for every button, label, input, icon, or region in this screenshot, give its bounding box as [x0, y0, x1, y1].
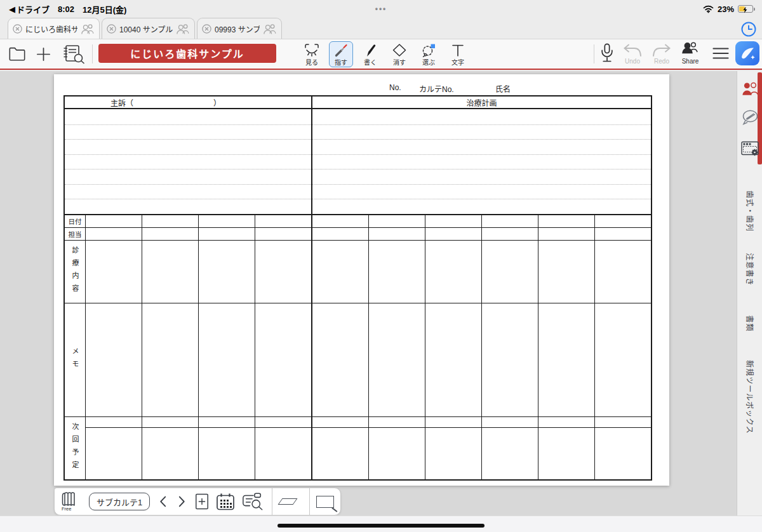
table-cell: [425, 428, 481, 479]
table-cell: [481, 428, 538, 479]
staff-row-label: 担当: [65, 228, 86, 240]
tab-10040-sample[interactable]: 10040 サンプル: [102, 18, 195, 39]
lasso-select-icon: [421, 43, 436, 57]
tab-close-icon[interactable]: [13, 24, 22, 34]
table-cell: [255, 215, 311, 227]
karte-no-label: カルテNo.: [419, 83, 454, 94]
right-sidebar: 歯式・歯列 注意書き 書類 新規ツールボックス: [737, 71, 762, 515]
table-cell: [425, 241, 481, 303]
tool-pen[interactable]: 書く: [358, 41, 382, 67]
tool-view[interactable]: 見る: [300, 41, 324, 67]
table-cell: [538, 241, 594, 303]
table-cell: [425, 303, 481, 416]
metamoji-app-icon[interactable]: [735, 41, 759, 65]
table-cell: [538, 428, 594, 479]
table-cell: [255, 228, 311, 240]
home-indicator[interactable]: [277, 524, 485, 528]
page-mode-book-icon[interactable]: Free: [60, 491, 83, 512]
table-cell: [312, 417, 368, 427]
redo-icon: [652, 43, 672, 57]
toolbox-settings-icon[interactable]: [737, 140, 762, 157]
tool-select[interactable]: 選ぶ: [417, 41, 441, 67]
eraser-icon: [392, 43, 407, 57]
tool-text[interactable]: 文字: [446, 41, 470, 67]
table-cell: [368, 241, 425, 303]
recent-documents-clock-icon[interactable]: [740, 20, 757, 37]
wifi-icon: [703, 5, 714, 13]
table-cell: [198, 428, 255, 479]
plan-notes-area: [311, 109, 651, 214]
menu-hamburger-icon[interactable]: [712, 47, 729, 60]
tool-pointer[interactable]: 指す: [329, 41, 353, 67]
table-cell: [142, 303, 198, 416]
redo-label: Redo: [654, 58, 669, 65]
table-cell: [481, 417, 538, 427]
table-cell: [538, 228, 594, 240]
table-cell: [86, 228, 142, 240]
rectangle-shape-tool[interactable]: [309, 488, 340, 515]
document-title-button[interactable]: にじいろ歯科サンプル: [98, 44, 276, 63]
table-cell: [425, 228, 481, 240]
annotation-pen-bubble-icon[interactable]: [737, 109, 762, 126]
table-cell: [86, 428, 142, 479]
sidebar-item-documents[interactable]: 書類: [737, 305, 762, 342]
table-cell: [198, 228, 255, 240]
parallelogram-shape-tool[interactable]: [272, 488, 303, 515]
table-cell: [198, 303, 255, 416]
table-cell: [312, 215, 368, 227]
free-mode-label: Free: [62, 506, 71, 512]
patient-name-label: 氏名: [495, 83, 511, 94]
tool-group: 見る 指す 書く 消す: [300, 41, 470, 67]
table-cell: [368, 428, 425, 479]
add-document-plus-icon[interactable]: [36, 46, 51, 62]
undo-button[interactable]: Undo: [622, 43, 643, 65]
search-pages-icon[interactable]: [241, 492, 264, 511]
sidebar-item-new-toolbox[interactable]: 新規ツールボックス: [737, 349, 762, 444]
tab-label: にじいろ歯科サンプル: [25, 23, 77, 34]
table-cell: [86, 303, 142, 416]
multitask-ellipsis[interactable]: •••: [0, 4, 762, 13]
tool-eraser[interactable]: 消す: [387, 41, 411, 67]
next-main-row: [86, 428, 651, 479]
tab-close-icon[interactable]: [107, 24, 116, 34]
previous-page-chevron[interactable]: [156, 495, 169, 508]
table-cell: [425, 417, 481, 427]
table-cell: [142, 417, 198, 427]
table-cell: [312, 303, 368, 416]
tool-label: 選ぶ: [422, 57, 435, 67]
table-cell: [594, 228, 651, 240]
tab-09993-sample[interactable]: 09993 サンプル: [197, 18, 282, 39]
calendar-icon[interactable]: [216, 493, 235, 511]
karte-meta-header: No. カルテNo. 氏名: [54, 83, 669, 93]
share-button[interactable]: Share: [679, 42, 701, 65]
redo-button[interactable]: Redo: [652, 43, 672, 65]
battery-icon: [738, 5, 753, 13]
document-page[interactable]: No. カルテNo. 氏名 主訴（ ） 治療計画: [54, 74, 669, 486]
subkarte-page-button[interactable]: サブカルテ1: [89, 493, 150, 510]
table-cell: [538, 303, 594, 416]
bottom-strip: [0, 515, 762, 532]
table-cell: [594, 417, 651, 427]
text-tool-icon: [450, 43, 465, 57]
tab-nijiiro-sample[interactable]: にじいろ歯科サンプル: [8, 18, 100, 39]
add-page-icon[interactable]: [194, 493, 210, 510]
next-page-chevron[interactable]: [175, 495, 188, 508]
view-eye-icon: [304, 43, 319, 57]
tab-close-icon[interactable]: [202, 24, 211, 34]
status-bar: ◀ ドライブ 8:02 12月5日(金) ••• 23%: [0, 0, 762, 18]
table-cell: [142, 428, 198, 479]
next-appointment-row: 次回予定: [65, 416, 651, 479]
participants-icon[interactable]: [737, 81, 762, 96]
microphone-button[interactable]: [599, 43, 615, 64]
sidebar-item-dental-chart[interactable]: 歯式・歯列: [737, 180, 762, 241]
document-search-icon[interactable]: [62, 44, 86, 64]
table-cell: [86, 417, 142, 427]
table-cell: [481, 241, 538, 303]
staff-row: 担当: [65, 227, 651, 240]
folder-icon[interactable]: [8, 46, 26, 62]
undo-icon: [622, 43, 643, 57]
shared-users-icon: [263, 23, 277, 34]
table-cell: [142, 241, 198, 303]
treatment-row: 診療内容: [65, 240, 651, 303]
sidebar-item-cautions[interactable]: 注意書き: [737, 246, 762, 292]
